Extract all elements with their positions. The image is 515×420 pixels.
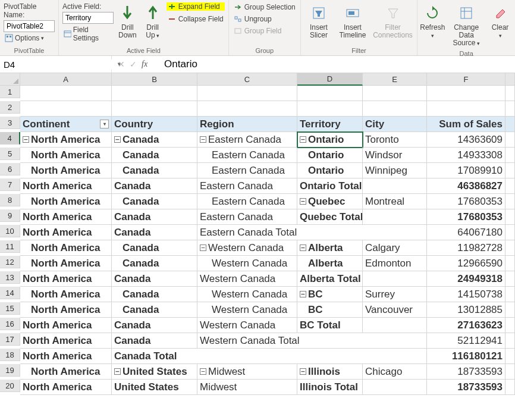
cell-sum[interactable]: 17680353 [427, 194, 505, 209]
cell-sum[interactable]: 14150738 [427, 287, 505, 302]
cell-country[interactable]: Canada [112, 148, 197, 163]
cell[interactable] [505, 318, 515, 333]
cell-territory[interactable]: Alberta Total [297, 271, 363, 287]
cell-city[interactable] [363, 178, 427, 194]
header-city[interactable]: City [363, 117, 427, 132]
cell-region[interactable]: Eastern Canada [197, 148, 297, 163]
cell-sum[interactable]: 18733593 [427, 380, 505, 395]
cell-region[interactable]: Western Canada Total [197, 333, 427, 349]
cell-sum[interactable]: 17680353 [427, 209, 505, 225]
name-box[interactable]: ▼ [0, 56, 112, 73]
select-all-corner[interactable] [0, 73, 20, 86]
cell-country[interactable]: Canada Total [112, 349, 427, 364]
formula-input[interactable] [153, 58, 515, 70]
header-continent[interactable]: Continent▾ [20, 117, 112, 132]
cell-city[interactable]: Winnipeg [363, 163, 427, 178]
header-territory[interactable]: Territory [297, 117, 363, 132]
cell[interactable] [505, 101, 515, 117]
accept-formula-icon[interactable]: ✓ [130, 59, 137, 69]
header-region[interactable]: Region [197, 117, 297, 132]
cell-continent[interactable]: North America [20, 318, 112, 333]
cell-country[interactable]: Canada [112, 302, 197, 318]
cell-region[interactable]: Eastern Canada [197, 163, 297, 178]
cell-country[interactable]: Canada [112, 256, 197, 271]
cell-territory[interactable]: −BC [297, 287, 363, 302]
cell[interactable] [505, 380, 515, 395]
cell-region[interactable]: Eastern Canada [197, 194, 297, 209]
cell-country[interactable]: Canada [112, 225, 197, 240]
collapse-toggle[interactable]: − [200, 245, 206, 251]
cell-city[interactable]: Calgary [363, 240, 427, 256]
cell-region[interactable]: Western Canada [197, 318, 297, 333]
col-head-A[interactable]: A [20, 73, 112, 86]
cell-region[interactable]: Western Canada [197, 256, 297, 271]
row-head-3[interactable]: 3 [0, 117, 20, 129]
cell-territory[interactable]: Ontario [297, 163, 363, 178]
collapse-toggle[interactable]: − [300, 291, 306, 297]
cell-region[interactable]: Eastern Canada [197, 178, 297, 194]
cell[interactable] [505, 209, 515, 225]
row-head-13[interactable]: 13 [0, 271, 20, 284]
row-head-8[interactable]: 8 [0, 194, 20, 206]
row-head-16[interactable]: 16 [0, 318, 20, 330]
row-head-15[interactable]: 15 [0, 302, 20, 315]
cell-continent[interactable]: North America [20, 287, 112, 302]
cell[interactable] [505, 178, 515, 194]
cell-country[interactable]: −Canada [112, 132, 197, 148]
cell-sum[interactable]: 46386827 [427, 178, 505, 194]
cell-continent[interactable]: North America [20, 178, 112, 194]
col-head-C[interactable]: C [197, 73, 297, 86]
pivottable-options-button[interactable]: Options ▾ [4, 33, 55, 43]
cell[interactable] [505, 86, 515, 101]
col-head-D[interactable]: D [297, 73, 363, 86]
expand-field-button[interactable]: Expand Field [167, 2, 225, 11]
cell-sum[interactable]: 13012885 [427, 302, 505, 318]
name-box-input[interactable] [4, 59, 117, 70]
cell[interactable] [20, 86, 112, 101]
ungroup-button[interactable]: Ungroup [233, 14, 297, 24]
cell-continent[interactable]: North America [20, 148, 112, 163]
cell[interactable] [112, 101, 197, 117]
cell-country[interactable]: Canada [112, 318, 197, 333]
cell-country[interactable]: −United States [112, 364, 197, 380]
collapse-field-button[interactable]: Collapse Field [167, 14, 225, 24]
insert-slicer-button[interactable]: Insert Slicer [303, 1, 334, 40]
refresh-button[interactable]: Refresh▾ [420, 1, 445, 41]
cell-sum[interactable]: 14363609 [427, 132, 505, 148]
cell-territory[interactable]: BC Total [297, 318, 363, 333]
filter-dropdown[interactable]: ▾ [100, 120, 109, 128]
cell-territory[interactable]: −Quebec [297, 194, 363, 209]
cell-sum[interactable]: 52112941 [427, 333, 505, 349]
cell[interactable] [20, 101, 112, 117]
cell-country[interactable]: Canada [112, 240, 197, 256]
cell[interactable] [427, 86, 505, 101]
cell-region[interactable]: Eastern Canada [197, 209, 297, 225]
cancel-formula-icon[interactable]: ✕ [118, 59, 125, 69]
cell-territory[interactable]: Ontario Total [297, 178, 363, 194]
cell[interactable] [505, 287, 515, 302]
cell-region[interactable]: Western Canada [197, 271, 297, 287]
cell-sum[interactable]: 18733593 [427, 364, 505, 380]
cell-country[interactable]: Canada [112, 333, 197, 349]
cell-territory[interactable]: −Illinois [297, 364, 363, 380]
row-head-4[interactable]: 4 [0, 132, 20, 145]
cell-region[interactable]: −Western Canada [197, 240, 297, 256]
cell[interactable] [197, 101, 297, 117]
cell-continent[interactable]: North America [20, 271, 112, 287]
cell-continent[interactable]: North America [20, 302, 112, 318]
drill-down-button[interactable]: Drill Down [115, 1, 140, 40]
row-head-11[interactable]: 11 [0, 240, 20, 253]
cell[interactable] [505, 163, 515, 178]
cell-territory[interactable]: Illinois Total [297, 380, 363, 395]
row-head-1[interactable]: 1 [0, 86, 20, 98]
cell[interactable] [505, 256, 515, 271]
cell[interactable] [505, 271, 515, 287]
cell[interactable] [197, 86, 297, 101]
col-head-F[interactable]: F [427, 73, 505, 86]
cell[interactable] [363, 101, 427, 117]
cell-continent[interactable]: North America [20, 240, 112, 256]
field-settings-button[interactable]: Field Settings [62, 25, 114, 43]
header-sum[interactable]: Sum of Sales [427, 117, 505, 132]
cell[interactable] [505, 364, 515, 380]
cell-continent[interactable]: North America [20, 349, 112, 364]
